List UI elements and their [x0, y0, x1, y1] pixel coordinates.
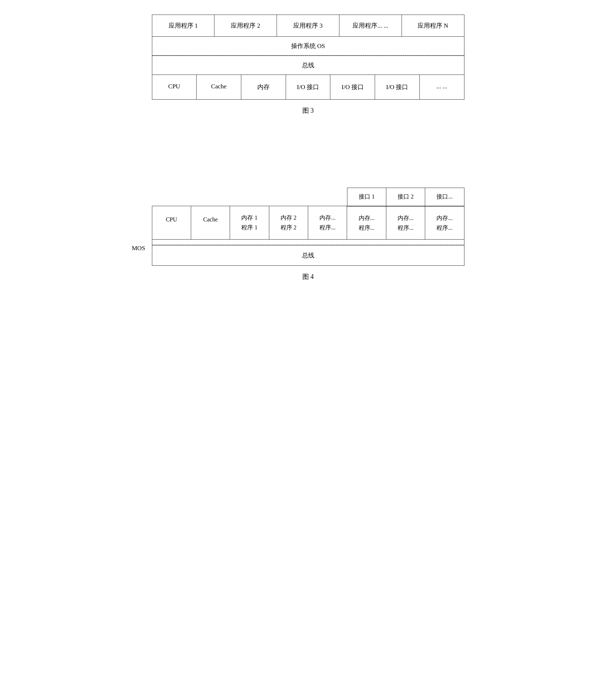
- fig3-io2: I/O 接口: [330, 75, 375, 99]
- fig3-caption: 图 3: [152, 106, 464, 115]
- fig3-more: ... ...: [420, 75, 464, 99]
- fig4-mos-label: MOS: [132, 245, 145, 252]
- fig3-io1: I/O 接口: [286, 75, 331, 99]
- fig3-apps-row: 应用程序 1 应用程序 2 应用程序 3 应用程序... ... 应用程序 N: [152, 15, 464, 37]
- fig4-cpu: CPU: [152, 206, 191, 239]
- fig4-main-grid: CPU Cache 内存 1 程序 1 内存 2 程序 2 内存: [152, 206, 464, 240]
- fig3-app-4: 应用程序... ...: [339, 15, 402, 36]
- fig3-app-1: 应用程序 1: [152, 15, 215, 36]
- fig4-mem1: 内存 1 程序 1: [230, 206, 269, 239]
- figure-3: 应用程序 1 应用程序 2 应用程序 3 应用程序... ... 应用程序 N …: [152, 15, 464, 115]
- fig3-app-n: 应用程序 N: [402, 15, 464, 36]
- fig3-hw-row: CPU Cache 内存 I/O 接口 I/O 接口 I/O 接口: [152, 75, 464, 99]
- fig4-cache: Cache: [191, 206, 230, 239]
- fig3-diagram: 应用程序 1 应用程序 2 应用程序 3 应用程序... ... 应用程序 N …: [152, 15, 464, 100]
- fig3-cache: Cache: [197, 75, 241, 99]
- fig4-interface-2: 接口 2: [386, 188, 425, 206]
- fig4-bus-row: 总线: [152, 245, 464, 266]
- fig3-memory: 内存: [241, 75, 286, 99]
- fig4-mem2: 内存 2 程序 2: [269, 206, 308, 239]
- fig3-io3: I/O 接口: [375, 75, 420, 99]
- fig3-app-3: 应用程序 3: [277, 15, 339, 36]
- fig3-bus-row: 总线: [152, 56, 464, 75]
- fig4-mem4: 内存... 程序...: [347, 206, 386, 239]
- fig4-interface-cells: 接口 1 接口 2 接口...: [347, 188, 464, 206]
- fig4-caption: 图 4: [152, 272, 464, 281]
- spacer: [152, 122, 464, 188]
- fig4-mos-bar: [152, 240, 464, 245]
- fig4-interface-3: 接口...: [425, 188, 464, 206]
- fig4-main-section: MOS CPU Cache 内存 1 程序 1 内存 2: [152, 206, 464, 266]
- fig4-mem3: 内存... 程序...: [308, 206, 347, 239]
- fig4-mem5: 内存... 程序...: [386, 206, 425, 239]
- fig4-mem6: 内存... 程序...: [425, 206, 464, 239]
- fig3-os-row: 操作系统 OS: [152, 37, 464, 56]
- fig4-interface-top-row: 接口 1 接口 2 接口...: [152, 188, 464, 206]
- fig4-interface-1: 接口 1: [347, 188, 386, 206]
- fig3-cpu: CPU: [152, 75, 197, 99]
- figure-4: 接口 1 接口 2 接口... MOS CPU: [152, 188, 464, 281]
- fig3-app-2: 应用程序 2: [214, 15, 277, 36]
